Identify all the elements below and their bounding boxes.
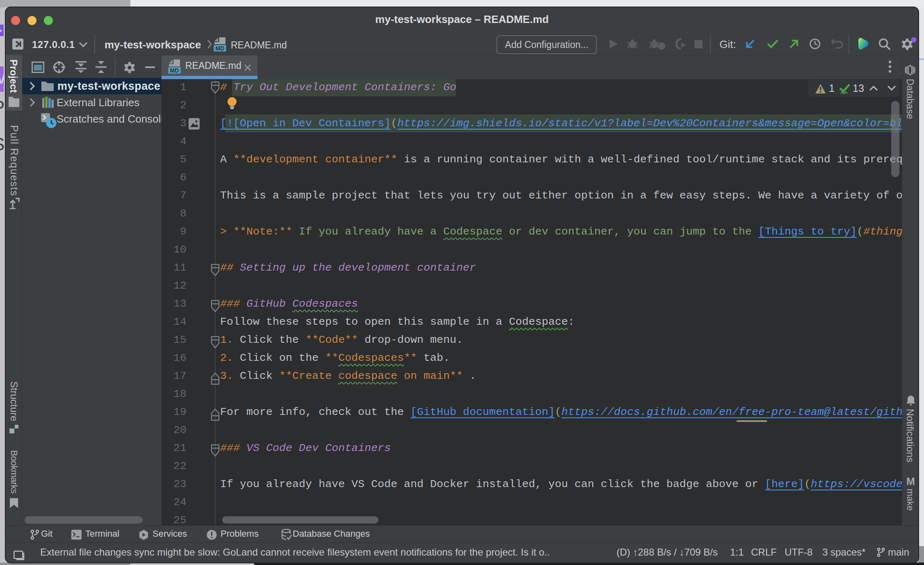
svg-text:MD: MD: [170, 67, 179, 74]
svg-text:MD: MD: [216, 45, 225, 52]
